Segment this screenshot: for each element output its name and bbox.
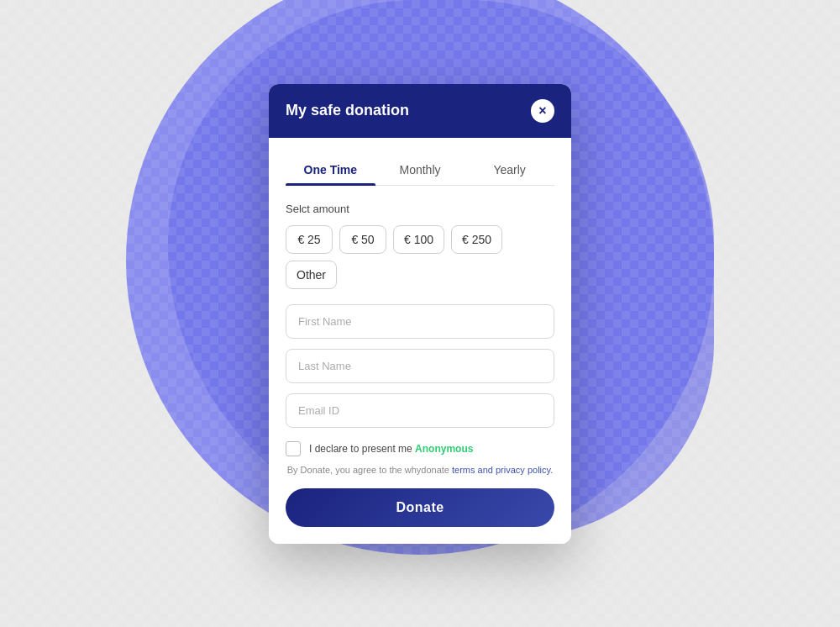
terms-link[interactable]: terms and privacy policy. bbox=[452, 465, 553, 475]
last-name-input[interactable] bbox=[286, 349, 554, 383]
amount-button-100[interactable]: € 100 bbox=[393, 225, 444, 254]
modal-header: My safe donation × bbox=[269, 84, 571, 138]
anonymous-link: Anonymous bbox=[415, 443, 473, 455]
modal-wrapper: My safe donation × One Time Monthly Year… bbox=[269, 84, 571, 544]
amount-label: Selct amount bbox=[286, 203, 554, 215]
amount-button-25[interactable]: € 25 bbox=[286, 225, 333, 254]
anonymous-row: I declare to present me Anonymous bbox=[286, 441, 554, 456]
amount-button-50[interactable]: € 50 bbox=[339, 225, 386, 254]
amount-button-group: € 25 € 50 € 100 € 250 Other bbox=[286, 225, 554, 289]
modal-body: One Time Monthly Yearly Selct amount € 2… bbox=[269, 138, 571, 544]
donate-button[interactable]: Donate bbox=[286, 488, 554, 527]
anonymous-checkbox[interactable] bbox=[286, 441, 301, 456]
amount-button-250[interactable]: € 250 bbox=[451, 225, 502, 254]
tab-one-time[interactable]: One Time bbox=[286, 155, 375, 185]
anonymous-label: I declare to present me Anonymous bbox=[309, 443, 473, 455]
tab-monthly[interactable]: Monthly bbox=[375, 155, 465, 185]
terms-text: By Donate, you agree to the whydonate te… bbox=[286, 465, 554, 475]
tab-yearly[interactable]: Yearly bbox=[465, 155, 554, 185]
email-input[interactable] bbox=[286, 393, 554, 428]
first-name-input[interactable] bbox=[286, 304, 554, 339]
amount-button-other[interactable]: Other bbox=[286, 261, 337, 289]
donation-modal: My safe donation × One Time Monthly Year… bbox=[269, 84, 571, 544]
close-icon: × bbox=[538, 104, 546, 118]
modal-title: My safe donation bbox=[286, 102, 409, 119]
close-button[interactable]: × bbox=[531, 99, 554, 123]
tab-bar: One Time Monthly Yearly bbox=[286, 155, 554, 186]
